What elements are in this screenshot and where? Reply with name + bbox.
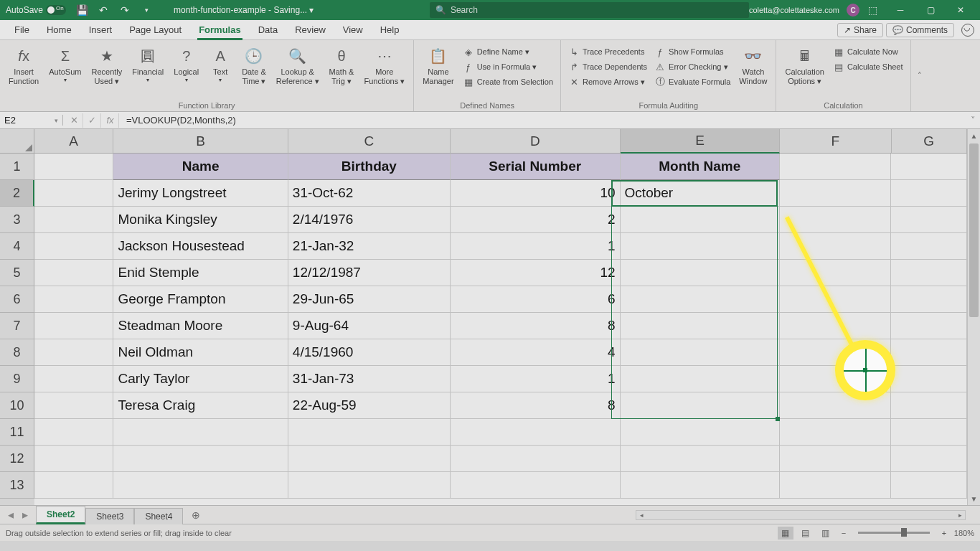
col-header-d[interactable]: D bbox=[451, 129, 621, 154]
cell-C10[interactable]: 22-Aug-59 bbox=[288, 392, 451, 419]
tab-page-layout[interactable]: Page Layout bbox=[121, 20, 190, 40]
cell-G10[interactable] bbox=[891, 392, 967, 419]
trace-precedents-button[interactable]: ↳Trace Precedents bbox=[565, 44, 650, 59]
cell-F12[interactable] bbox=[780, 446, 891, 472]
zoom-level[interactable]: 180% bbox=[954, 529, 974, 537]
evaluate-formula-button[interactable]: ⓕEvaluate Formula bbox=[651, 75, 733, 89]
insert-function-fb-button[interactable]: fx bbox=[102, 113, 119, 128]
cell-C4[interactable]: 21-Jan-32 bbox=[288, 233, 451, 260]
cell-D6[interactable]: 6 bbox=[451, 286, 621, 313]
cell-F13[interactable] bbox=[780, 472, 891, 499]
more-functions-button[interactable]: ⋯More Functions ▾ bbox=[359, 43, 409, 100]
sheet-nav-next-icon[interactable]: ▸ bbox=[19, 508, 32, 522]
cell-C2[interactable]: 31-Oct-62 bbox=[288, 180, 451, 207]
close-button[interactable]: ✕ bbox=[946, 0, 976, 20]
row-header-4[interactable]: 4 bbox=[0, 233, 34, 260]
cell-A7[interactable] bbox=[34, 313, 113, 339]
cell-E11[interactable] bbox=[621, 419, 780, 446]
cancel-formula-button[interactable]: ✕ bbox=[66, 113, 83, 128]
lookup-ref-button[interactable]: 🔍Lookup & Reference ▾ bbox=[272, 43, 324, 100]
cell-C8[interactable]: 4/15/1960 bbox=[288, 339, 451, 366]
share-button[interactable]: ↗Share bbox=[837, 23, 883, 37]
cell-E3[interactable] bbox=[621, 207, 780, 233]
cell-C1[interactable]: Birthday bbox=[288, 154, 451, 180]
save-icon[interactable]: 💾 bbox=[76, 4, 88, 16]
search-box[interactable]: 🔍 Search bbox=[430, 2, 749, 18]
row-header-12[interactable]: 12 bbox=[0, 446, 34, 472]
undo-icon[interactable]: ↶ bbox=[98, 4, 109, 16]
cell-A4[interactable] bbox=[34, 233, 113, 260]
formula-input[interactable]: =VLOOKUP(D2,Months,2) bbox=[122, 115, 966, 126]
use-in-formula-button[interactable]: ƒUse in Formula ▾ bbox=[460, 60, 556, 74]
cell-F1[interactable] bbox=[780, 154, 891, 180]
cell-G12[interactable] bbox=[891, 446, 967, 472]
cell-E10[interactable] bbox=[621, 392, 780, 419]
cell-A13[interactable] bbox=[34, 472, 113, 499]
cell-B7[interactable]: Steadman Moore bbox=[113, 313, 288, 339]
cell-B8[interactable]: Neil Oldman bbox=[113, 339, 288, 366]
sheet-tab-sheet2[interactable]: Sheet2 bbox=[36, 506, 85, 524]
cell-D4[interactable]: 1 bbox=[451, 233, 621, 260]
cell-A8[interactable] bbox=[34, 339, 113, 366]
cell-A6[interactable] bbox=[34, 286, 113, 313]
collapse-ribbon-icon[interactable]: ˄ bbox=[911, 40, 928, 111]
col-header-b[interactable]: B bbox=[113, 129, 288, 154]
tab-view[interactable]: View bbox=[334, 20, 372, 40]
name-box[interactable]: E2▾ bbox=[0, 115, 63, 126]
cell-F2[interactable] bbox=[780, 180, 891, 207]
cell-B9[interactable]: Carly Taylor bbox=[113, 366, 288, 392]
row-header-9[interactable]: 9 bbox=[0, 366, 34, 392]
maximize-button[interactable]: ▢ bbox=[915, 0, 946, 20]
scroll-down-icon[interactable]: ▼ bbox=[968, 492, 980, 505]
cell-B11[interactable] bbox=[113, 419, 288, 446]
cell-G3[interactable] bbox=[891, 207, 967, 233]
recently-used-button[interactable]: ★Recently Used ▾ bbox=[87, 43, 126, 100]
cell-D2[interactable]: 10 bbox=[451, 180, 621, 207]
enter-formula-button[interactable]: ✓ bbox=[84, 113, 101, 128]
cell-E5[interactable] bbox=[621, 260, 780, 286]
cell-F4[interactable] bbox=[780, 233, 891, 260]
cell-G8[interactable] bbox=[891, 339, 967, 366]
define-name-button[interactable]: ◈Define Name ▾ bbox=[460, 44, 556, 59]
cell-C3[interactable]: 2/14/1976 bbox=[288, 207, 451, 233]
sheet-tab-sheet4[interactable]: Sheet4 bbox=[134, 508, 183, 524]
cell-B12[interactable] bbox=[113, 446, 288, 472]
cell-A5[interactable] bbox=[34, 260, 113, 286]
col-header-f[interactable]: F bbox=[780, 129, 891, 154]
add-sheet-button[interactable]: ⊕ bbox=[187, 509, 204, 521]
cell-D12[interactable] bbox=[451, 446, 621, 472]
cell-E7[interactable] bbox=[621, 313, 780, 339]
col-header-g[interactable]: G bbox=[892, 129, 967, 154]
col-header-e[interactable]: E bbox=[621, 129, 780, 154]
cell-F3[interactable] bbox=[780, 207, 891, 233]
zoom-out-button[interactable]: − bbox=[838, 529, 849, 537]
autosave-toggle[interactable]: AutoSave On bbox=[6, 5, 66, 15]
calculation-options-button[interactable]: 🖩Calculation Options ▾ bbox=[781, 43, 828, 100]
row-header-13[interactable]: 13 bbox=[0, 472, 34, 499]
col-header-c[interactable]: C bbox=[288, 129, 451, 154]
cell-C5[interactable]: 12/12/1987 bbox=[288, 260, 451, 286]
cell-F5[interactable] bbox=[780, 260, 891, 286]
row-header-7[interactable]: 7 bbox=[0, 313, 34, 339]
scroll-up-icon[interactable]: ▲ bbox=[968, 129, 980, 142]
cell-E2[interactable]: October bbox=[621, 180, 780, 207]
create-from-selection-button[interactable]: ▦Create from Selection bbox=[460, 75, 556, 89]
cell-G13[interactable] bbox=[891, 472, 967, 499]
qat-dropdown-icon[interactable]: ▾ bbox=[141, 4, 152, 16]
cell-A10[interactable] bbox=[34, 392, 113, 419]
page-break-view-button[interactable]: ▥ bbox=[818, 527, 834, 540]
insert-function-button[interactable]: fxInsert Function bbox=[4, 43, 43, 100]
cell-E8[interactable] bbox=[621, 339, 780, 366]
cell-D3[interactable]: 2 bbox=[451, 207, 621, 233]
sheet-tab-sheet3[interactable]: Sheet3 bbox=[85, 508, 134, 524]
user-avatar[interactable]: C bbox=[847, 4, 859, 17]
cell-B13[interactable] bbox=[113, 472, 288, 499]
cell-A1[interactable] bbox=[34, 154, 113, 180]
row-header-1[interactable]: 1 bbox=[0, 154, 34, 180]
spreadsheet-grid[interactable]: 1 2 3 4 5 6 7 8 9 10 11 12 13 A B C D E … bbox=[0, 129, 980, 505]
cell-D5[interactable]: 12 bbox=[451, 260, 621, 286]
cell-G6[interactable] bbox=[891, 286, 967, 313]
cell-C7[interactable]: 9-Aug-64 bbox=[288, 313, 451, 339]
cell-A3[interactable] bbox=[34, 207, 113, 233]
watch-window-button[interactable]: 👓Watch Window bbox=[735, 43, 771, 100]
